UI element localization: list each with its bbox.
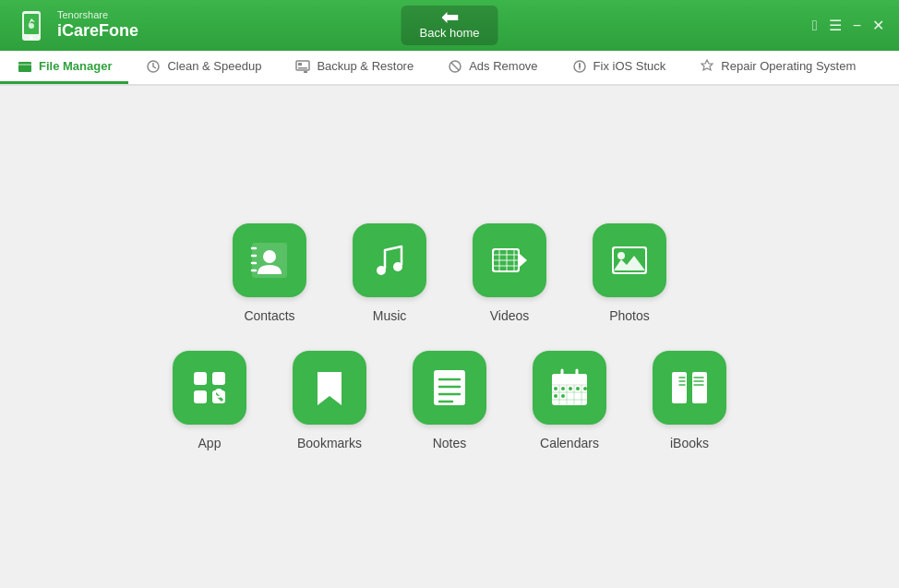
svg-rect-64	[672, 372, 687, 403]
svg-point-57	[554, 387, 557, 390]
svg-marker-30	[520, 254, 527, 267]
photos-item[interactable]: Photos	[593, 223, 666, 323]
svg-rect-7	[298, 63, 302, 66]
svg-point-13	[579, 68, 581, 70]
facebook-icon[interactable]: 	[812, 18, 818, 34]
notes-icon	[413, 351, 486, 425]
tab-file-manager[interactable]: File Manager	[0, 51, 128, 84]
app-logo-icon	[15, 9, 48, 42]
svg-point-62	[554, 394, 557, 398]
back-home-button[interactable]: Back home	[401, 6, 497, 45]
svg-point-58	[561, 387, 565, 390]
backup-restore-icon	[294, 58, 311, 75]
music-label: Music	[373, 308, 407, 323]
bookmarks-svg	[308, 366, 351, 409]
bookmarks-label: Bookmarks	[297, 436, 362, 450]
contacts-item[interactable]: Contacts	[233, 223, 306, 323]
ibooks-label: iBooks	[670, 436, 709, 450]
app-label: App	[198, 436, 222, 450]
tab-repair-os[interactable]: Repair Operating System	[682, 51, 872, 84]
icons-row-2: App Bookmarks	[173, 351, 726, 450]
svg-point-33	[617, 252, 625, 259]
photos-icon	[593, 223, 666, 297]
svg-rect-35	[212, 372, 225, 385]
icons-row-1: Contacts Music	[233, 223, 666, 323]
back-home-arrow-icon	[441, 11, 458, 24]
videos-label: Videos	[490, 308, 530, 323]
photos-label: Photos	[609, 308, 650, 323]
app-svg	[188, 366, 231, 409]
svg-rect-47	[552, 379, 587, 385]
notes-item[interactable]: Notes	[413, 351, 486, 450]
notes-label: Notes	[433, 436, 467, 450]
svg-rect-36	[194, 390, 207, 403]
title-bar: Tenorshare iCareFone Back home  ☰ − ✕	[0, 0, 899, 51]
svg-point-19	[263, 250, 276, 263]
contacts-svg	[248, 239, 291, 282]
repair-os-icon	[699, 58, 715, 75]
photos-svg	[608, 239, 651, 282]
svg-point-2	[30, 36, 33, 40]
minimize-icon[interactable]: −	[853, 18, 861, 34]
videos-item[interactable]: Videos	[473, 223, 546, 323]
file-manager-icon	[17, 58, 33, 75]
contacts-icon	[233, 223, 306, 297]
fix-ios-icon	[571, 58, 588, 75]
bookmarks-icon	[293, 351, 366, 425]
calendars-svg	[548, 366, 591, 409]
menu-icon[interactable]: ☰	[829, 17, 842, 34]
tab-fix-ios-stuck[interactable]: Fix iOS Stuck	[555, 51, 683, 84]
ibooks-item[interactable]: iBooks	[653, 351, 726, 450]
logo-area: Tenorshare iCareFone	[15, 9, 138, 42]
back-home-label: Back home	[419, 26, 479, 40]
app-item[interactable]: App	[173, 351, 246, 450]
svg-point-61	[583, 387, 587, 390]
tab-bar: File Manager Clean & Speedup Backup & Re…	[0, 51, 899, 86]
brand-name: Tenorshare	[57, 9, 138, 21]
bookmarks-item[interactable]: Bookmarks	[293, 351, 366, 450]
tab-file-manager-label: File Manager	[39, 59, 112, 73]
tab-backup-restore-label: Backup & Restore	[317, 59, 414, 73]
app-icon	[173, 351, 246, 425]
ibooks-svg	[668, 366, 711, 409]
tab-clean-speedup-label: Clean & Speedup	[167, 59, 261, 73]
contacts-label: Contacts	[244, 308, 294, 323]
svg-rect-4	[18, 62, 31, 72]
svg-line-11	[451, 63, 459, 70]
icons-grid: Contacts Music	[173, 223, 726, 450]
calendars-item[interactable]: Calendars	[533, 351, 606, 450]
calendars-label: Calendars	[540, 436, 599, 450]
music-item[interactable]: Music	[353, 223, 426, 323]
calendars-icon	[533, 351, 606, 425]
ads-remove-icon	[447, 58, 463, 75]
music-svg	[368, 239, 411, 282]
tab-ads-remove[interactable]: Ads Remove	[430, 51, 554, 84]
logo-text: Tenorshare iCareFone	[57, 9, 138, 42]
notes-svg	[428, 366, 471, 409]
tab-ads-remove-label: Ads Remove	[469, 59, 537, 73]
main-content: Contacts Music	[0, 86, 899, 588]
tab-fix-ios-label: Fix iOS Stuck	[593, 59, 666, 73]
clean-speedup-icon	[145, 58, 162, 75]
svg-point-21	[393, 262, 402, 271]
svg-point-20	[377, 266, 386, 275]
window-controls:  ☰ − ✕	[812, 17, 884, 34]
tab-clean-speedup[interactable]: Clean & Speedup	[128, 51, 278, 84]
svg-point-3	[29, 23, 34, 29]
tab-backup-restore[interactable]: Backup & Restore	[278, 51, 430, 84]
svg-rect-65	[692, 372, 707, 403]
svg-point-59	[569, 387, 572, 390]
svg-rect-9	[304, 71, 307, 73]
videos-icon	[473, 223, 546, 297]
svg-rect-8	[298, 67, 307, 69]
product-name: iCareFone	[57, 21, 138, 42]
close-icon[interactable]: ✕	[872, 17, 884, 34]
videos-svg	[488, 239, 531, 282]
svg-point-63	[561, 394, 565, 398]
tab-repair-os-label: Repair Operating System	[721, 59, 856, 73]
svg-rect-34	[194, 372, 207, 385]
svg-point-60	[576, 387, 580, 390]
ibooks-icon	[653, 351, 726, 425]
music-icon	[353, 223, 426, 297]
